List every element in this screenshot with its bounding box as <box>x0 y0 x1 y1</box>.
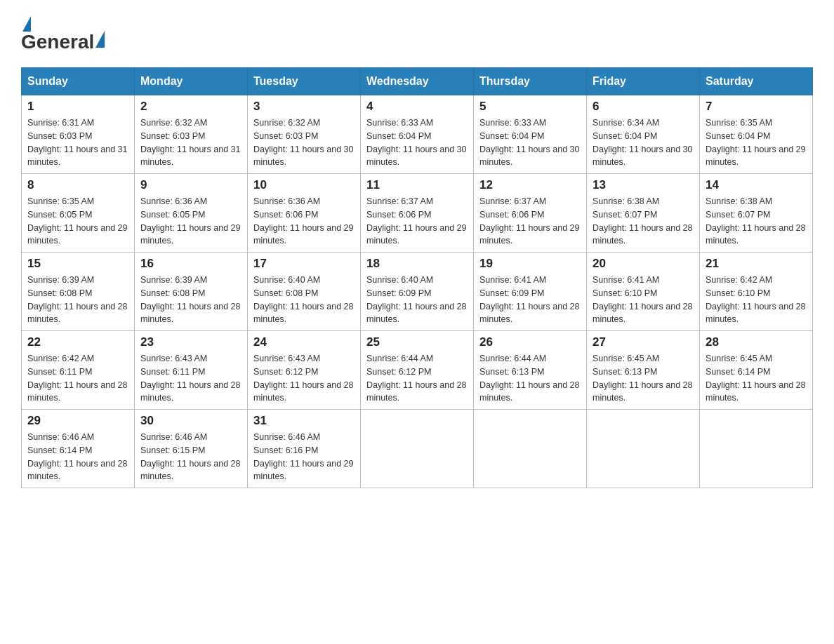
day-info: Sunrise: 6:41 AM Sunset: 6:10 PM Dayligh… <box>593 274 694 326</box>
day-number: 13 <box>593 178 694 192</box>
day-info: Sunrise: 6:37 AM Sunset: 6:06 PM Dayligh… <box>479 195 581 248</box>
day-info: Sunrise: 6:43 AM Sunset: 6:11 PM Dayligh… <box>140 352 241 405</box>
calendar-cell: 13 Sunrise: 6:38 AM Sunset: 6:07 PM Dayl… <box>587 174 700 253</box>
calendar-cell: 28 Sunrise: 6:45 AM Sunset: 6:14 PM Dayl… <box>700 331 813 410</box>
week-row-2: 8 Sunrise: 6:35 AM Sunset: 6:05 PM Dayli… <box>22 174 813 253</box>
calendar-cell: 20 Sunrise: 6:41 AM Sunset: 6:10 PM Dayl… <box>587 253 700 331</box>
day-info: Sunrise: 6:42 AM Sunset: 6:11 PM Dayligh… <box>27 352 128 405</box>
day-info: Sunrise: 6:40 AM Sunset: 6:08 PM Dayligh… <box>253 274 355 326</box>
day-info: Sunrise: 6:37 AM Sunset: 6:06 PM Dayligh… <box>366 195 468 248</box>
calendar-cell: 1 Sunrise: 6:31 AM Sunset: 6:03 PM Dayli… <box>22 95 135 174</box>
week-row-1: 1 Sunrise: 6:31 AM Sunset: 6:03 PM Dayli… <box>22 95 813 174</box>
day-number: 26 <box>479 335 581 349</box>
day-number: 1 <box>27 100 128 114</box>
calendar-cell: 5 Sunrise: 6:33 AM Sunset: 6:04 PM Dayli… <box>474 95 587 174</box>
calendar-cell: 7 Sunrise: 6:35 AM Sunset: 6:04 PM Dayli… <box>700 95 813 174</box>
day-number: 17 <box>253 257 355 271</box>
page-header: General <box>21 14 813 53</box>
day-info: Sunrise: 6:46 AM Sunset: 6:15 PM Dayligh… <box>140 431 241 483</box>
calendar-cell: 24 Sunrise: 6:43 AM Sunset: 6:12 PM Dayl… <box>248 331 361 410</box>
day-number: 5 <box>479 100 581 114</box>
day-info: Sunrise: 6:31 AM Sunset: 6:03 PM Dayligh… <box>27 116 128 169</box>
day-info: Sunrise: 6:36 AM Sunset: 6:05 PM Dayligh… <box>140 195 241 248</box>
day-info: Sunrise: 6:44 AM Sunset: 6:13 PM Dayligh… <box>479 352 581 405</box>
day-info: Sunrise: 6:42 AM Sunset: 6:10 PM Dayligh… <box>706 274 807 326</box>
header-tuesday: Tuesday <box>248 68 361 95</box>
day-number: 8 <box>27 178 128 192</box>
day-number: 4 <box>366 100 468 114</box>
calendar-cell: 27 Sunrise: 6:45 AM Sunset: 6:13 PM Dayl… <box>587 331 700 410</box>
day-number: 18 <box>366 257 468 271</box>
header-thursday: Thursday <box>474 68 587 95</box>
day-number: 28 <box>706 335 807 349</box>
calendar-cell <box>700 410 813 488</box>
day-number: 22 <box>27 335 128 349</box>
day-info: Sunrise: 6:32 AM Sunset: 6:03 PM Dayligh… <box>140 116 241 169</box>
calendar-cell: 12 Sunrise: 6:37 AM Sunset: 6:06 PM Dayl… <box>474 174 587 253</box>
day-info: Sunrise: 6:46 AM Sunset: 6:16 PM Dayligh… <box>253 431 355 483</box>
day-info: Sunrise: 6:35 AM Sunset: 6:05 PM Dayligh… <box>27 195 128 248</box>
day-number: 15 <box>27 257 128 271</box>
day-number: 21 <box>706 257 807 271</box>
calendar-cell: 10 Sunrise: 6:36 AM Sunset: 6:06 PM Dayl… <box>248 174 361 253</box>
calendar-cell: 14 Sunrise: 6:38 AM Sunset: 6:07 PM Dayl… <box>700 174 813 253</box>
day-info: Sunrise: 6:45 AM Sunset: 6:14 PM Dayligh… <box>706 352 807 405</box>
day-number: 24 <box>253 335 355 349</box>
calendar-cell: 4 Sunrise: 6:33 AM Sunset: 6:04 PM Dayli… <box>361 95 474 174</box>
day-info: Sunrise: 6:32 AM Sunset: 6:03 PM Dayligh… <box>253 116 355 169</box>
day-info: Sunrise: 6:46 AM Sunset: 6:14 PM Dayligh… <box>27 431 128 483</box>
day-number: 11 <box>366 178 468 192</box>
calendar-cell: 30 Sunrise: 6:46 AM Sunset: 6:15 PM Dayl… <box>135 410 248 488</box>
day-info: Sunrise: 6:33 AM Sunset: 6:04 PM Dayligh… <box>479 116 581 169</box>
day-number: 6 <box>593 100 694 114</box>
day-info: Sunrise: 6:38 AM Sunset: 6:07 PM Dayligh… <box>593 195 694 248</box>
calendar-cell: 26 Sunrise: 6:44 AM Sunset: 6:13 PM Dayl… <box>474 331 587 410</box>
day-info: Sunrise: 6:45 AM Sunset: 6:13 PM Dayligh… <box>593 352 694 405</box>
header-saturday: Saturday <box>700 68 813 95</box>
day-info: Sunrise: 6:38 AM Sunset: 6:07 PM Dayligh… <box>706 195 807 248</box>
calendar-cell: 22 Sunrise: 6:42 AM Sunset: 6:11 PM Dayl… <box>22 331 135 410</box>
calendar-cell: 2 Sunrise: 6:32 AM Sunset: 6:03 PM Dayli… <box>135 95 248 174</box>
day-number: 30 <box>140 414 241 428</box>
calendar-cell: 31 Sunrise: 6:46 AM Sunset: 6:16 PM Dayl… <box>248 410 361 488</box>
day-number: 27 <box>593 335 694 349</box>
week-row-4: 22 Sunrise: 6:42 AM Sunset: 6:11 PM Dayl… <box>22 331 813 410</box>
calendar-cell: 18 Sunrise: 6:40 AM Sunset: 6:09 PM Dayl… <box>361 253 474 331</box>
day-info: Sunrise: 6:41 AM Sunset: 6:09 PM Dayligh… <box>479 274 581 326</box>
day-number: 19 <box>479 257 581 271</box>
calendar-cell: 25 Sunrise: 6:44 AM Sunset: 6:12 PM Dayl… <box>361 331 474 410</box>
day-number: 23 <box>140 335 241 349</box>
calendar-cell: 9 Sunrise: 6:36 AM Sunset: 6:05 PM Dayli… <box>135 174 248 253</box>
day-number: 10 <box>253 178 355 192</box>
day-number: 14 <box>706 178 807 192</box>
calendar-cell <box>587 410 700 488</box>
calendar-cell: 11 Sunrise: 6:37 AM Sunset: 6:06 PM Dayl… <box>361 174 474 253</box>
day-number: 9 <box>140 178 241 192</box>
calendar-cell: 8 Sunrise: 6:35 AM Sunset: 6:05 PM Dayli… <box>22 174 135 253</box>
day-number: 20 <box>593 257 694 271</box>
week-row-5: 29 Sunrise: 6:46 AM Sunset: 6:14 PM Dayl… <box>22 410 813 488</box>
calendar-cell: 16 Sunrise: 6:39 AM Sunset: 6:08 PM Dayl… <box>135 253 248 331</box>
day-info: Sunrise: 6:33 AM Sunset: 6:04 PM Dayligh… <box>366 116 468 169</box>
calendar-cell: 3 Sunrise: 6:32 AM Sunset: 6:03 PM Dayli… <box>248 95 361 174</box>
day-number: 7 <box>706 100 807 114</box>
logo: General <box>21 14 106 53</box>
day-number: 12 <box>479 178 581 192</box>
logo-general-2: General <box>21 31 94 53</box>
calendar-cell: 17 Sunrise: 6:40 AM Sunset: 6:08 PM Dayl… <box>248 253 361 331</box>
week-row-3: 15 Sunrise: 6:39 AM Sunset: 6:08 PM Dayl… <box>22 253 813 331</box>
calendar-cell: 19 Sunrise: 6:41 AM Sunset: 6:09 PM Dayl… <box>474 253 587 331</box>
day-info: Sunrise: 6:44 AM Sunset: 6:12 PM Dayligh… <box>366 352 468 405</box>
day-info: Sunrise: 6:39 AM Sunset: 6:08 PM Dayligh… <box>27 274 128 326</box>
day-number: 2 <box>140 100 241 114</box>
calendar-cell: 15 Sunrise: 6:39 AM Sunset: 6:08 PM Dayl… <box>22 253 135 331</box>
day-number: 16 <box>140 257 241 271</box>
day-number: 3 <box>253 100 355 114</box>
day-info: Sunrise: 6:39 AM Sunset: 6:08 PM Dayligh… <box>140 274 241 326</box>
calendar-header-row: SundayMondayTuesdayWednesdayThursdayFrid… <box>22 68 813 95</box>
header-sunday: Sunday <box>22 68 135 95</box>
calendar-cell: 23 Sunrise: 6:43 AM Sunset: 6:11 PM Dayl… <box>135 331 248 410</box>
logo-arrow-icon <box>95 31 105 48</box>
logo-triangle-icon <box>22 16 31 32</box>
day-info: Sunrise: 6:34 AM Sunset: 6:04 PM Dayligh… <box>593 116 694 169</box>
